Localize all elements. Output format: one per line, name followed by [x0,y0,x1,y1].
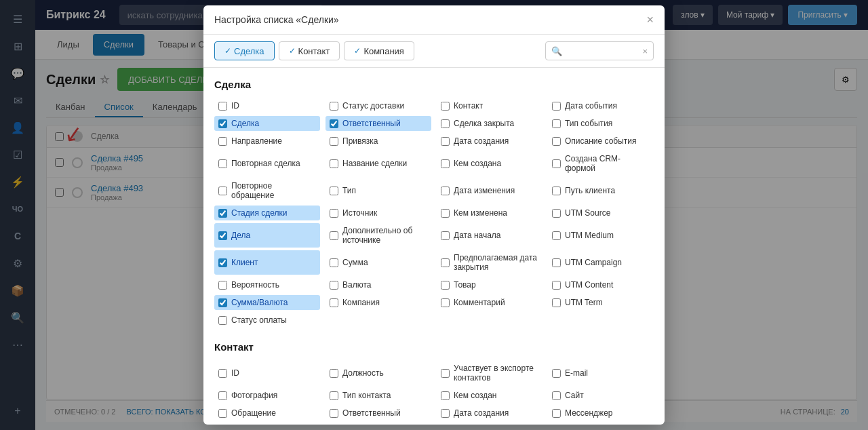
field-crm-form[interactable]: Создана CRM-формой [548,151,654,176]
field-event-type[interactable]: Тип события [548,116,654,131]
modal-tab-company[interactable]: ✓ Компания [344,41,414,60]
field-utm-medium[interactable]: UTM Medium [548,223,654,248]
field-deal-stage-checkbox[interactable] [218,209,227,218]
field-id[interactable]: ID [214,98,320,113]
field-event-date-checkbox[interactable] [552,102,561,111]
field-probability-checkbox[interactable] [218,281,227,290]
contact-export-checkbox[interactable] [441,369,450,378]
field-direction[interactable]: Направление [214,134,320,149]
field-source-extra[interactable]: Дополнительно об источнике [326,223,431,248]
field-company[interactable]: Компания [326,295,431,310]
field-modified-date[interactable]: Дата изменения [437,178,542,203]
contact-created-by[interactable]: Кем создан [437,388,542,403]
field-type[interactable]: Тип [326,178,431,203]
field-modified-date-checkbox[interactable] [441,187,450,195]
contact-appeal-checkbox[interactable] [218,409,227,418]
field-contact[interactable]: Контакт [437,98,542,113]
field-deal[interactable]: Сделка [214,116,320,131]
field-deal-stage[interactable]: Стадия сделки [214,206,320,220]
field-utm-medium-checkbox[interactable] [552,231,561,240]
field-utm-campaign-checkbox[interactable] [552,258,561,267]
field-delivery-checkbox[interactable] [330,102,338,111]
modal-tab-deal[interactable]: ✓ Сделка [214,41,275,60]
field-contact-checkbox[interactable] [441,102,450,111]
contact-created-by-checkbox[interactable] [441,391,450,400]
field-comment-checkbox[interactable] [441,298,450,307]
field-tasks[interactable]: Дела [214,223,320,248]
field-product[interactable]: Товар [437,277,542,292]
field-utm-source[interactable]: UTM Source [548,206,654,220]
field-creation-date[interactable]: Дата создания [437,134,542,149]
field-company-checkbox[interactable] [330,298,338,307]
field-binding-checkbox[interactable] [330,137,338,146]
contact-creation-date[interactable]: Дата создания [437,406,542,421]
contact-type-checkbox[interactable] [330,391,338,400]
field-responsible-checkbox[interactable] [330,119,338,128]
field-comment[interactable]: Комментарий [437,295,542,310]
contact-messenger[interactable]: Мессенджер [548,406,654,421]
field-source-checkbox[interactable] [330,209,338,218]
contact-modified-by[interactable]: Кем изменен [437,423,542,425]
contact-photo-checkbox[interactable] [218,391,227,400]
field-utm-content-checkbox[interactable] [552,281,561,290]
field-payment-status-checkbox[interactable] [218,316,227,325]
field-created-by-checkbox[interactable] [441,159,450,168]
field-utm-term[interactable]: UTM Term [548,295,654,310]
field-repeat-appeal-checkbox[interactable] [218,187,227,195]
field-currency[interactable]: Валюта [326,277,431,292]
field-product-checkbox[interactable] [441,281,450,290]
contact-name[interactable]: Имя [214,423,320,425]
field-sum[interactable]: Сумма [326,250,431,275]
modal-close-button[interactable]: × [646,14,654,26]
field-currency-checkbox[interactable] [330,281,338,290]
contact-appeal[interactable]: Обращение [214,406,320,421]
field-client-checkbox[interactable] [218,258,227,267]
contact-region[interactable]: Регион клиента [548,423,654,425]
field-type-checkbox[interactable] [330,187,338,195]
field-expected-close[interactable]: Предполагаемая дата закрытия [437,250,542,275]
field-event-date[interactable]: Дата события [548,98,654,113]
field-utm-source-checkbox[interactable] [552,209,561,218]
contact-export[interactable]: Участвует в экспорте контактов [437,361,542,385]
field-utm-campaign[interactable]: UTM Campaign [548,250,654,275]
field-sum-currency[interactable]: Сумма/Валюта [214,295,320,310]
field-start-date[interactable]: Дата начала [437,223,542,248]
contact-email-checkbox[interactable] [552,369,561,378]
field-start-date-checkbox[interactable] [441,231,450,240]
field-deal-checkbox[interactable] [218,119,227,128]
contact-id-checkbox[interactable] [218,369,227,378]
field-id-checkbox[interactable] [218,102,227,111]
contact-comment[interactable]: Комментарий [326,423,431,425]
field-creation-date-checkbox[interactable] [441,137,450,146]
field-utm-term-checkbox[interactable] [552,298,561,307]
field-source[interactable]: Источник [326,206,431,220]
field-modified-by[interactable]: Кем изменена [437,206,542,220]
field-tasks-checkbox[interactable] [218,231,227,240]
contact-position[interactable]: Должность [326,361,431,385]
field-payment-status[interactable]: Статус оплаты [214,313,320,328]
modal-search-input[interactable] [565,46,642,56]
field-repeat-deal[interactable]: Повторная сделка [214,151,320,176]
field-deal-name[interactable]: Название сделки [326,151,431,176]
contact-type[interactable]: Тип контакта [326,388,431,403]
field-event-desc-checkbox[interactable] [552,137,561,146]
field-event-desc[interactable]: Описание события [548,134,654,149]
field-sum-checkbox[interactable] [330,258,338,267]
contact-email[interactable]: E-mail [548,361,654,385]
field-client[interactable]: Клиент [214,250,320,275]
field-source-extra-checkbox[interactable] [330,231,338,240]
field-event-type-checkbox[interactable] [552,119,561,128]
contact-messenger-checkbox[interactable] [552,409,561,418]
field-direction-checkbox[interactable] [218,137,227,146]
field-sum-currency-checkbox[interactable] [218,298,227,307]
field-probability[interactable]: Вероятность [214,277,320,292]
field-client-path-checkbox[interactable] [552,187,561,195]
field-repeat-deal-checkbox[interactable] [218,159,227,168]
modal-tab-contact[interactable]: ✓ Контакт [279,41,340,60]
field-deal-closed-checkbox[interactable] [441,119,450,128]
modal-search-clear[interactable]: × [642,46,648,56]
field-binding[interactable]: Привязка [326,134,431,149]
field-client-path[interactable]: Путь клиента [548,178,654,203]
field-expected-close-checkbox[interactable] [441,258,450,267]
field-modified-by-checkbox[interactable] [441,209,450,218]
